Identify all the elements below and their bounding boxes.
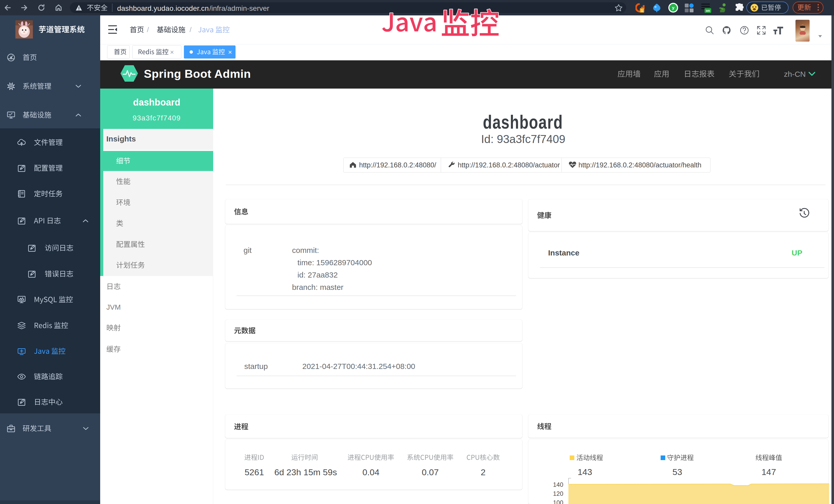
svg-text:on: on (706, 9, 710, 13)
svg-text:1: 1 (641, 8, 643, 13)
svg-text:y: y (672, 5, 675, 10)
